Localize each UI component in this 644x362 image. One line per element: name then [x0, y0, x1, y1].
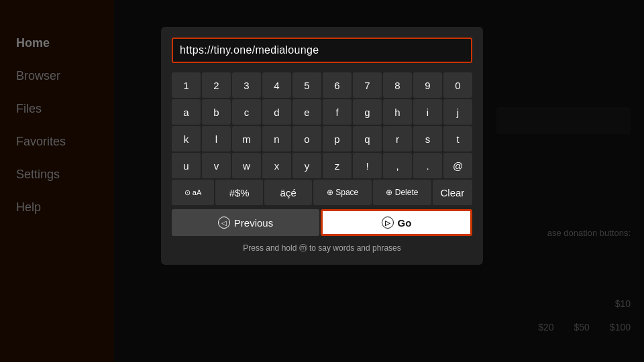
key-j[interactable]: j	[443, 99, 472, 125]
key-w[interactable]: w	[232, 153, 261, 178]
key-a[interactable]: a	[172, 99, 201, 125]
voice-tip: Press and hold ⓜ to say words and phrase…	[172, 243, 472, 254]
key-8[interactable]: 8	[383, 72, 412, 98]
key-7[interactable]: 7	[353, 72, 382, 98]
key-t[interactable]: t	[443, 126, 472, 152]
key-0[interactable]: 0	[443, 72, 472, 98]
key-o[interactable]: o	[292, 126, 321, 152]
key-accents[interactable]: äçé	[264, 180, 312, 205]
key-2[interactable]: 2	[202, 72, 231, 98]
key-x[interactable]: x	[262, 153, 291, 178]
key-5[interactable]: 5	[292, 72, 321, 98]
go-icon: ▷	[382, 217, 394, 229]
key-p[interactable]: p	[323, 126, 352, 152]
key-f[interactable]: f	[323, 99, 352, 125]
keyboard-row-u-at: u v w x y z ! , . @	[172, 153, 472, 178]
url-dialog: 1 2 3 4 5 6 7 8 9 0 a b c d e f g h i j …	[161, 27, 483, 265]
key-at[interactable]: @	[443, 153, 472, 178]
key-m[interactable]: m	[232, 126, 261, 152]
keyboard-row-aj: a b c d e f g h i j	[172, 99, 472, 125]
key-r[interactable]: r	[383, 126, 412, 152]
key-n[interactable]: n	[262, 126, 291, 152]
key-v[interactable]: v	[202, 153, 231, 178]
key-space[interactable]: ⊕ Space	[313, 180, 372, 205]
keyboard-row-kt: k l m n o p q r s t	[172, 126, 472, 152]
key-u[interactable]: u	[172, 153, 201, 178]
url-input[interactable]	[172, 38, 472, 63]
key-6[interactable]: 6	[323, 72, 352, 98]
key-3[interactable]: 3	[232, 72, 261, 98]
key-comma[interactable]: ,	[383, 153, 412, 178]
key-1[interactable]: 1	[172, 72, 201, 98]
virtual-keyboard: 1 2 3 4 5 6 7 8 9 0 a b c d e f g h i j …	[172, 72, 472, 205]
go-button[interactable]: ▷ Go	[321, 209, 472, 236]
previous-icon: ◁	[218, 217, 230, 229]
key-i[interactable]: i	[413, 99, 442, 125]
previous-button[interactable]: ◁ Previous	[172, 209, 319, 236]
keyboard-row-numbers: 1 2 3 4 5 6 7 8 9 0	[172, 72, 472, 98]
keyboard-row-special: ⊙ aA #$% äçé ⊕ Space ⊕ Delete Clear	[172, 180, 472, 205]
key-case-toggle[interactable]: ⊙ aA	[172, 180, 214, 205]
key-b[interactable]: b	[202, 99, 231, 125]
key-k[interactable]: k	[172, 126, 201, 152]
key-z[interactable]: z	[323, 153, 352, 178]
key-q[interactable]: q	[353, 126, 382, 152]
key-clear[interactable]: Clear	[433, 180, 472, 205]
key-g[interactable]: g	[353, 99, 382, 125]
key-y[interactable]: y	[292, 153, 321, 178]
key-d[interactable]: d	[262, 99, 291, 125]
key-l[interactable]: l	[202, 126, 231, 152]
bottom-action-row: ◁ Previous ▷ Go	[172, 209, 472, 236]
key-h[interactable]: h	[383, 99, 412, 125]
key-exclaim[interactable]: !	[353, 153, 382, 178]
key-e[interactable]: e	[292, 99, 321, 125]
key-4[interactable]: 4	[262, 72, 291, 98]
key-9[interactable]: 9	[413, 72, 442, 98]
key-period[interactable]: .	[413, 153, 442, 178]
key-s[interactable]: s	[413, 126, 442, 152]
key-symbols[interactable]: #$%	[215, 180, 263, 205]
key-c[interactable]: c	[232, 99, 261, 125]
key-delete[interactable]: ⊕ Delete	[373, 180, 431, 205]
